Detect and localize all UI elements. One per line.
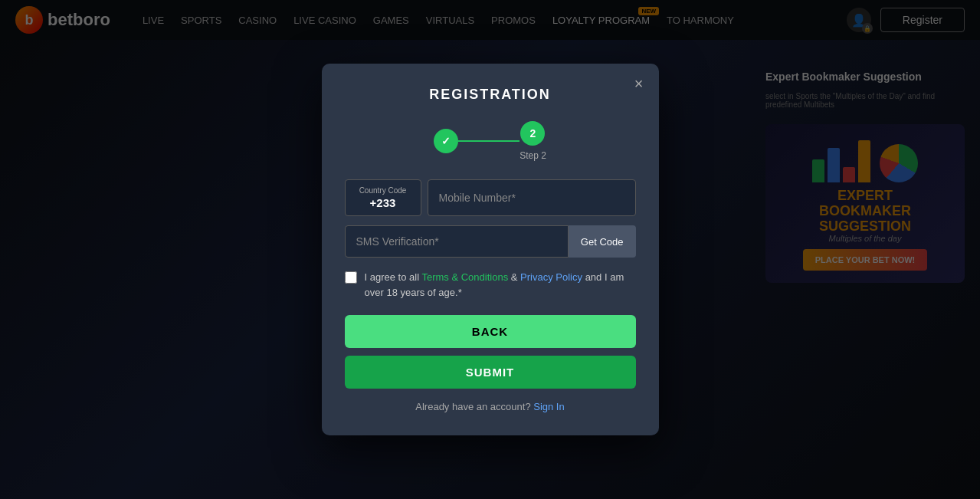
registration-modal: REGISTRATION × ✓ 2 Step 2 Country Code +… (322, 64, 659, 435)
terms-checkbox[interactable] (345, 271, 357, 284)
signin-prefix: Already have an account? (415, 401, 530, 412)
modal-title: REGISTRATION (345, 87, 636, 103)
terms-label: I agree to all Terms & Conditions & Priv… (365, 270, 636, 300)
terms-checkbox-row: I agree to all Terms & Conditions & Priv… (345, 270, 636, 300)
get-code-button[interactable]: Get Code (569, 225, 636, 258)
privacy-link[interactable]: Privacy Policy (520, 271, 582, 283)
mobile-input[interactable] (428, 179, 636, 216)
phone-row: Country Code +233 (345, 179, 636, 216)
sms-row: Get Code (345, 225, 636, 258)
step2-circle: 2 (520, 121, 545, 146)
step2-description: Step 2 (519, 150, 546, 161)
modal-overlay: REGISTRATION × ✓ 2 Step 2 Country Code +… (0, 0, 980, 499)
signin-row: Already have an account? Sign In (345, 401, 636, 412)
step-line (458, 140, 519, 142)
steps-container: ✓ 2 Step 2 (345, 121, 636, 161)
step2-wrapper: 2 Step 2 (519, 121, 546, 161)
step1-circle: ✓ (434, 129, 458, 153)
sms-verification-input[interactable] (345, 225, 569, 258)
step1-check-icon: ✓ (441, 135, 451, 147)
country-code-selector[interactable]: Country Code +233 (345, 179, 421, 216)
back-button[interactable]: BACK (345, 315, 636, 348)
step2-label: 2 (530, 127, 536, 140)
step1-wrapper: ✓ (434, 129, 458, 153)
submit-button[interactable]: SUBMIT (345, 356, 636, 389)
terms-link[interactable]: Terms & Conditions (421, 271, 508, 283)
country-code-label: Country Code (355, 186, 411, 195)
country-code-value: +233 (355, 196, 411, 209)
modal-close-button[interactable]: × (634, 76, 644, 91)
signin-link[interactable]: Sign In (533, 401, 564, 412)
